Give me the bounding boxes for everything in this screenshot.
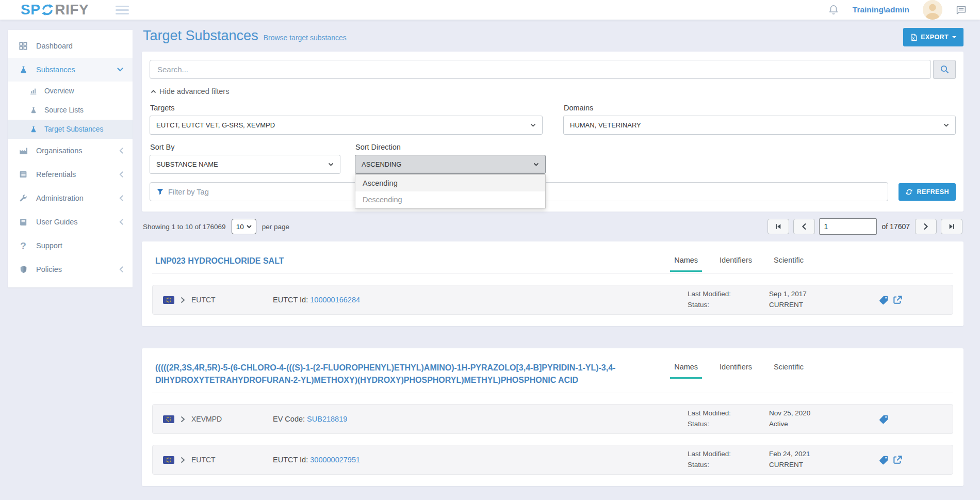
substance-name[interactable]: (((((2R,3S,4R,5R)-5-(6-CHLORO-4-(((S)-1-… [152,357,674,393]
search-input[interactable] [150,60,931,79]
sidebar-item-policies[interactable]: Policies [8,257,133,281]
external-link-icon[interactable] [892,455,903,465]
logo-sync-icon [41,3,54,17]
sort-direction-label: Sort Direction [355,143,546,151]
sidebar-item-overview[interactable]: Overview [8,82,133,101]
sidebar-item-label: User Guides [36,218,119,226]
chevron-left-icon [802,223,807,230]
sidebar-item-dashboard[interactable]: Dashboard [8,34,133,58]
first-page-icon [774,223,782,230]
substance-id-link[interactable]: SUB218819 [307,415,347,423]
substance-card: (((((2R,3S,4R,5R)-5-(6-CHLORO-4-(((S)-1-… [142,348,963,486]
search-filter-panel: Hide advanced filters Targets EUTCT, EUT… [142,52,963,212]
expand-row-icon[interactable] [181,297,185,303]
chat-icon[interactable] [956,5,967,15]
source-system-label: EUTCT [191,456,240,464]
sidebar-item-user-guides[interactable]: User Guides [8,210,133,234]
sidebar-item-source-lists[interactable]: Source Lists [8,101,133,120]
tag-icon[interactable] [878,414,889,425]
flask-icon [17,65,29,75]
tab-scientific[interactable]: Scientific [774,363,804,378]
sort-direction-select[interactable]: ASCENDING [355,155,546,174]
chevron-left-icon [119,148,123,154]
last-modified-value: Sep 1, 2017 [769,289,878,300]
refresh-button[interactable]: REFRESH [899,183,956,201]
last-page-icon [948,223,956,230]
card-tabs: Names Identifiers Scientific [674,250,953,271]
substance-row: EUTCT EUTCT Id: 300000027951 Last Modifi… [152,445,953,475]
chevron-left-icon [119,266,123,272]
substance-card: LNP023 HYDROCHLORIDE SALT Names Identifi… [142,241,963,326]
chevron-down-icon [117,68,123,72]
previous-page-button[interactable] [793,219,815,234]
hide-advanced-filters-toggle[interactable]: Hide advanced filters [151,87,956,95]
id-label: EUTCT Id: [273,456,308,464]
substance-name[interactable]: LNP023 HYDROCHLORIDE SALT [152,250,674,273]
export-button[interactable]: EXPORT [903,28,963,46]
targets-select[interactable]: EUTCT, EUTCT VET, G-SRS, XEVMPD [150,116,543,135]
avatar[interactable] [923,0,942,20]
chevron-down-icon [530,123,536,127]
next-page-button[interactable] [915,219,937,234]
chevron-down-icon [533,163,539,166]
sidebar-item-referentials[interactable]: Referentials [8,163,133,186]
sort-by-select[interactable]: SUBSTANCE NAME [150,155,340,174]
notifications-bell-icon[interactable] [828,4,839,15]
page-title: Target Substances [143,28,258,44]
expand-row-icon[interactable] [181,457,185,463]
sidebar: Dashboard Substances Overview [8,30,133,287]
menu-toggle-icon[interactable] [116,6,129,14]
external-link-icon[interactable] [892,295,903,305]
status-label: Status: [688,300,769,311]
substance-id-link[interactable]: 100000166284 [310,296,360,304]
expand-row-icon[interactable] [181,416,185,423]
tab-names[interactable]: Names [674,256,698,271]
last-page-button[interactable] [941,219,962,234]
tab-identifiers[interactable]: Identifiers [720,256,752,271]
substance-row: XEVMPD EV Code: SUB218819 Last Modified:… [152,404,953,434]
sporify-logo[interactable]: SP RIFY [21,2,89,18]
tab-scientific[interactable]: Scientific [774,256,804,271]
caret-up-icon [151,90,156,93]
top-navbar: SP RIFY Training\admin [0,0,980,20]
domains-select[interactable]: HUMAN, VETERINARY [563,116,956,135]
dropdown-option-descending[interactable]: Descending [355,191,545,208]
page-number-input[interactable] [819,218,877,235]
caret-down-icon [952,36,956,40]
sidebar-item-organisations[interactable]: Organisations [8,139,133,163]
chevron-right-icon [923,223,928,230]
status-value: CURRENT [769,300,878,311]
logged-in-user[interactable]: Training\admin [853,5,909,14]
eu-flag-icon [163,456,174,464]
list-icon [17,170,29,179]
sidebar-item-support[interactable]: ? Support [8,234,133,257]
sidebar-item-administration[interactable]: Administration [8,186,133,210]
tab-identifiers[interactable]: Identifiers [720,363,752,378]
tag-icon[interactable] [878,455,889,465]
last-modified-label: Last Modified: [688,408,769,419]
chevron-left-icon [119,171,123,178]
last-modified-label: Last Modified: [688,289,769,300]
sidebar-item-label: Dashboard [36,42,123,50]
status-label: Status: [688,460,769,471]
tag-icon[interactable] [878,295,889,305]
last-modified-value: Nov 25, 2020 [769,408,878,419]
search-button[interactable] [933,60,956,79]
sidebar-item-label: Referentials [36,170,119,179]
sidebar-item-target-substances[interactable]: Target Substances [8,120,133,139]
eu-flag-icon [163,296,174,304]
chevron-left-icon [119,219,123,225]
first-page-button[interactable] [767,219,789,234]
sort-by-label: Sort By [150,143,340,151]
id-label: EV Code: [273,415,305,423]
refresh-icon [905,188,913,196]
dropdown-option-ascending[interactable]: Ascending [355,175,545,191]
tab-names[interactable]: Names [674,363,698,378]
sidebar-item-label: Substances [36,66,117,74]
substance-id-link[interactable]: 300000027951 [310,456,360,464]
page-count-text: of 17607 [882,222,910,231]
page-subtitle: Browse target substances [264,34,347,42]
chevron-down-icon [247,225,252,228]
sidebar-item-substances[interactable]: Substances [8,58,133,82]
page-size-select[interactable]: 10 [232,219,256,234]
